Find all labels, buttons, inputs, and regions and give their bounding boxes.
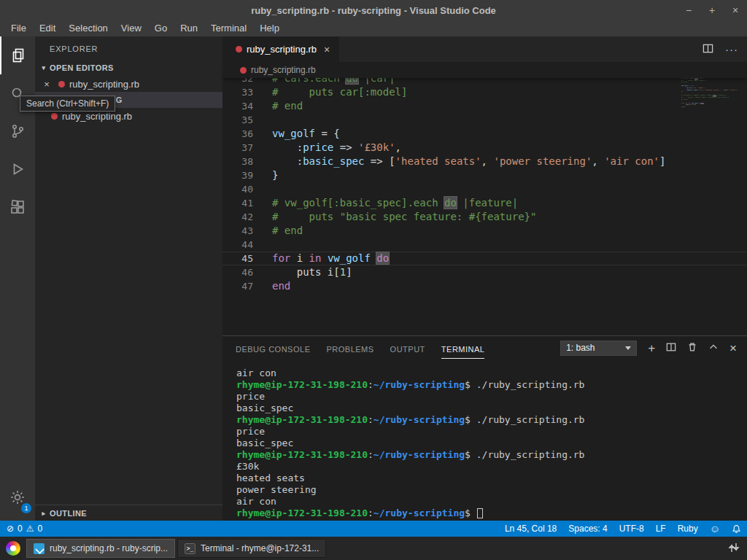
line-number[interactable]: 40 <box>222 182 266 196</box>
code-line-40[interactable]: 40 <box>222 182 747 196</box>
code-line-44[interactable]: 44 <box>222 238 747 252</box>
network-traffic-icon[interactable] <box>728 541 740 557</box>
terminal-line-8: £30k <box>236 461 747 472</box>
code-line-41[interactable]: 41# vw_golf[:basic_spec].each do |featur… <box>222 196 747 210</box>
code-line-47[interactable]: 47end <box>222 279 747 293</box>
code-editor[interactable]: 32# cars.each do |car|33# puts car[:mode… <box>222 78 747 335</box>
terminal-line-11: air con <box>236 496 747 508</box>
tab-close-icon[interactable]: × <box>324 44 330 55</box>
line-number[interactable]: 35 <box>222 113 266 127</box>
panel-tab-output[interactable]: OUTPUT <box>390 338 425 359</box>
maximize-button[interactable]: + <box>706 4 718 16</box>
code-line-33[interactable]: 33# puts car[:model] <box>222 85 747 99</box>
terminal-icon: >_ <box>185 543 196 554</box>
terminal-shell-select[interactable]: 1: bash <box>560 341 637 356</box>
app-menu-icon[interactable] <box>6 541 20 556</box>
menu-file[interactable]: File <box>4 20 33 36</box>
menu-help[interactable]: Help <box>253 20 286 36</box>
feedback-smiley-icon[interactable]: ☺ <box>710 523 720 534</box>
vscode-icon <box>34 543 44 554</box>
error-icon: ⊘ <box>7 524 14 534</box>
window-title: ruby_scripting.rb - ruby-scripting - Vis… <box>251 5 496 16</box>
minimize-button[interactable]: − <box>683 4 694 16</box>
settings-gear-icon[interactable]: 1 <box>0 478 35 516</box>
menu-edit[interactable]: Edit <box>33 20 62 36</box>
sidebar-title: EXPLORER <box>35 36 222 60</box>
line-number[interactable]: 39 <box>222 168 266 182</box>
line-number[interactable]: 32 <box>222 78 266 85</box>
new-terminal-icon[interactable]: + <box>648 342 655 354</box>
editor-tab-bar: ruby_scripting.rb × ··· <box>222 36 747 62</box>
code-line-46[interactable]: 46 puts i[1] <box>222 265 747 279</box>
open-editor-item[interactable]: × ruby_scripting.rb <box>35 76 222 92</box>
panel-controls: 1: bash + × <box>560 341 737 356</box>
taskbar-button-terminal[interactable]: >_ Terminal - rhyme@ip-172-31... <box>177 539 326 558</box>
menu-run[interactable]: Run <box>174 20 204 36</box>
run-debug-icon[interactable] <box>0 150 35 188</box>
code-line-45[interactable]: 45for i in vw_golf do <box>222 252 747 265</box>
tab-ruby-scripting[interactable]: ruby_scripting.rb × <box>222 36 339 62</box>
line-number[interactable]: 42 <box>222 210 266 224</box>
status-lf[interactable]: LF <box>656 524 666 534</box>
code-line-43[interactable]: 43# end <box>222 224 747 238</box>
panel-tab-debug-console[interactable]: DEBUG CONSOLE <box>236 338 310 359</box>
terminal-line-12: rhyme@ip-172-31-198-210:~/ruby-scripting… <box>236 508 747 519</box>
line-number[interactable]: 44 <box>222 238 266 252</box>
status-ruby[interactable]: Ruby <box>678 524 698 534</box>
line-number[interactable]: 34 <box>222 99 266 113</box>
status-ln-45-col-18[interactable]: Ln 45, Col 18 <box>505 524 557 534</box>
line-number[interactable]: 36 <box>222 127 266 141</box>
minimap-line: :basic_spec => ['heated seats', 'power s… <box>681 90 737 92</box>
problems-status[interactable]: ⊘ 0 ⚠ 0 <box>0 524 42 534</box>
line-number[interactable]: 38 <box>222 155 266 168</box>
status-utf-8[interactable]: UTF-8 <box>619 524 644 534</box>
code-line-32[interactable]: 32# cars.each do |car| <box>222 78 747 85</box>
bottom-panel: DEBUG CONSOLEPROBLEMSOUTPUTTERMINAL 1: b… <box>222 335 747 521</box>
code-line-37[interactable]: 37 :price => '£30k', <box>222 141 747 155</box>
line-number[interactable]: 33 <box>222 85 266 99</box>
line-number[interactable]: 46 <box>222 265 266 279</box>
title-bar: ruby_scripting.rb - ruby-scripting - Vis… <box>0 0 747 20</box>
code-line-36[interactable]: 36vw_golf = { <box>222 127 747 141</box>
minimap[interactable]: # cars.each do |car|# puts car[:model]# … <box>681 78 737 158</box>
line-number[interactable]: 47 <box>222 279 266 293</box>
panel-tab-terminal[interactable]: TERMINAL <box>441 338 485 359</box>
outline-section-header[interactable]: ▸ OUTLINE <box>35 505 222 521</box>
explorer-icon[interactable] <box>0 36 35 74</box>
terminal-line-3: basic_spec <box>236 402 747 414</box>
menu-terminal[interactable]: Terminal <box>204 20 253 36</box>
extensions-icon[interactable] <box>0 188 35 226</box>
more-actions-icon[interactable]: ··· <box>725 43 738 55</box>
source-control-icon[interactable] <box>0 112 35 150</box>
code-line-34[interactable]: 34# end <box>222 99 747 113</box>
kill-terminal-icon[interactable] <box>687 342 697 354</box>
maximize-panel-icon[interactable] <box>708 342 719 354</box>
code-line-35[interactable]: 35 <box>222 113 747 127</box>
line-number[interactable]: 41 <box>222 196 266 210</box>
status-spaces-4[interactable]: Spaces: 4 <box>568 524 607 534</box>
panel-header: DEBUG CONSOLEPROBLEMSOUTPUTTERMINAL 1: b… <box>222 336 747 359</box>
open-editors-header[interactable]: ▾ OPEN EDITORS <box>35 60 222 76</box>
terminal-line-1: rhyme@ip-172-31-198-210:~/ruby-scripting… <box>236 379 747 391</box>
terminal-output[interactable]: air conrhyme@ip-172-31-198-210:~/ruby-sc… <box>222 360 747 521</box>
split-terminal-icon[interactable] <box>666 342 676 354</box>
menu-view[interactable]: View <box>115 20 148 36</box>
close-editor-icon[interactable]: × <box>41 79 53 90</box>
code-line-38[interactable]: 38 :basic_spec => ['heated seats', 'powe… <box>222 155 747 168</box>
window-controls: − + × <box>683 0 741 20</box>
line-number[interactable]: 45 <box>222 252 266 265</box>
line-number[interactable]: 37 <box>222 141 266 155</box>
menu-selection[interactable]: Selection <box>62 20 114 36</box>
breadcrumb[interactable]: ruby_scripting.rb <box>222 62 747 78</box>
taskbar-button-vscode[interactable]: ruby_scripting.rb - ruby-scrip... <box>26 539 175 558</box>
vscode-window: ruby_scripting.rb - ruby-scripting - Vis… <box>0 0 747 560</box>
close-button[interactable]: × <box>729 4 741 16</box>
line-number[interactable]: 43 <box>222 224 266 238</box>
panel-tab-problems[interactable]: PROBLEMS <box>326 338 374 359</box>
code-line-42[interactable]: 42# puts "basic spec feature: #{feature}… <box>222 210 747 224</box>
close-panel-icon[interactable]: × <box>729 342 737 354</box>
split-editor-icon[interactable] <box>703 43 713 56</box>
notifications-bell-icon[interactable] <box>732 524 741 534</box>
menu-go[interactable]: Go <box>148 20 174 36</box>
code-line-39[interactable]: 39} <box>222 168 747 182</box>
